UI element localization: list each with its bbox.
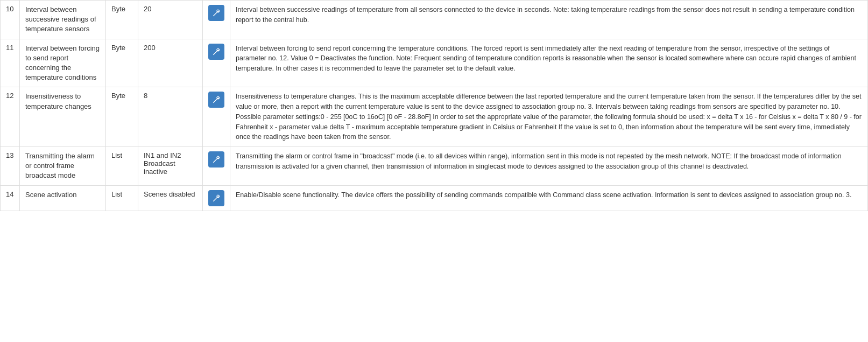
row-description-3: Transmitting the alarm or control frame …: [230, 147, 868, 186]
row-action-1[interactable]: [203, 39, 230, 87]
edit-button-4[interactable]: [208, 190, 224, 206]
row-name-4: Scene activation: [20, 185, 106, 211]
table-row: 13 Transmitting the alarm or control fra…: [1, 147, 868, 186]
table-row: 14 Scene activation List Scenes disabled…: [1, 185, 868, 211]
row-type-3: List: [106, 147, 138, 186]
row-description-4: Enable/Disable scene functionality. The …: [230, 185, 868, 211]
row-number-0: 10: [1, 1, 20, 39]
edit-button-1[interactable]: [208, 44, 224, 60]
row-number-3: 13: [1, 147, 20, 186]
wrench-icon: [213, 96, 220, 103]
table-row: 12 Insensitiveness to temperature change…: [1, 87, 868, 147]
row-name-3: Transmitting the alarm or control frame …: [20, 147, 106, 186]
row-number-1: 11: [1, 39, 20, 87]
row-value-4: Scenes disabled: [138, 185, 203, 211]
table-row: 10 Interval between successive readings …: [1, 1, 868, 39]
row-value-0: 20: [138, 1, 203, 39]
wrench-icon: [213, 9, 220, 17]
table-row: 11 Interval between forcing to send repo…: [1, 39, 868, 87]
row-value-1: 200: [138, 39, 203, 87]
edit-button-3[interactable]: [208, 151, 224, 167]
row-type-4: List: [106, 185, 138, 211]
row-description-0: Interval between successive readings of …: [230, 1, 868, 39]
row-number-2: 12: [1, 87, 20, 147]
row-name-1: Interval between forcing to send report …: [20, 39, 106, 87]
row-action-2[interactable]: [203, 87, 230, 147]
edit-button-2[interactable]: [208, 92, 224, 108]
wrench-icon: [213, 48, 220, 55]
row-name-2: Insensitiveness to temperature changes: [20, 87, 106, 147]
row-description-1: Interval between forcing to send report …: [230, 39, 868, 87]
row-value-2: 8: [138, 87, 203, 147]
edit-button-0[interactable]: [208, 5, 224, 21]
row-action-0[interactable]: [203, 1, 230, 39]
row-type-0: Byte: [106, 1, 138, 39]
row-action-4[interactable]: [203, 185, 230, 211]
row-description-2: Insensitiveness to temperature changes. …: [230, 87, 868, 147]
row-name-0: Interval between successive readings of …: [20, 1, 106, 39]
row-value-3: IN1 and IN2 Broadcast inactive: [138, 147, 203, 186]
row-number-4: 14: [1, 185, 20, 211]
row-type-1: Byte: [106, 39, 138, 87]
row-type-2: Byte: [106, 87, 138, 147]
wrench-icon: [213, 156, 220, 163]
wrench-icon: [213, 194, 220, 202]
row-action-3[interactable]: [203, 147, 230, 186]
